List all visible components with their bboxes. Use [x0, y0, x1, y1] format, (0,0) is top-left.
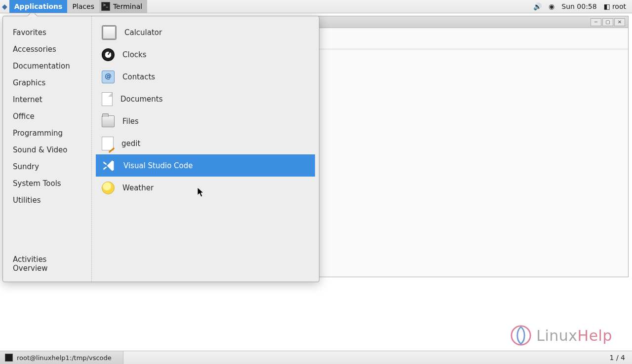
- app-visual-studio-code[interactable]: Visual Studio Code: [96, 154, 315, 177]
- workspace-pager[interactable]: 1 / 4: [603, 351, 632, 364]
- terminal-icon: [101, 2, 110, 11]
- category-office[interactable]: Office: [3, 108, 91, 125]
- user-menu[interactable]: ◧ root: [604, 2, 626, 10]
- maximize-button[interactable]: ▢: [602, 18, 613, 26]
- weather-icon: [102, 182, 115, 194]
- user-status-icon: ◧: [604, 2, 610, 10]
- places-menu-button[interactable]: Places: [67, 0, 99, 13]
- menu-categories: Favorites Accessories Documentation Grap…: [3, 16, 92, 282]
- top-panel: ◆ Applications Places Terminal 🔊 ◉ Sun 0…: [0, 0, 632, 13]
- taskbar-terminal-label: root@linuxhelp1:/tmp/vscode: [17, 354, 112, 362]
- taskbar-terminal[interactable]: root@linuxhelp1:/tmp/vscode: [0, 351, 123, 364]
- app-files[interactable]: Files: [96, 110, 315, 132]
- close-button[interactable]: ✕: [614, 18, 625, 26]
- activities-overview[interactable]: Activities Overview: [3, 251, 91, 277]
- category-accessories[interactable]: Accessories: [3, 41, 91, 58]
- clock-icon: [102, 48, 115, 61]
- linuxhelp-logo-icon: [510, 324, 532, 347]
- app-label: Clocks: [122, 50, 147, 59]
- minimize-button[interactable]: ─: [591, 18, 601, 26]
- app-calculator[interactable]: Calculator: [96, 21, 315, 43]
- app-label: Visual Studio Code: [123, 161, 193, 170]
- app-gedit[interactable]: gedit: [96, 132, 315, 154]
- app-label: Documents: [120, 95, 163, 104]
- terminal-panel-button[interactable]: Terminal: [99, 0, 147, 13]
- watermark-text: LinuxHelp: [536, 327, 612, 344]
- app-weather[interactable]: Weather: [96, 177, 315, 199]
- gnome-logo-icon: ◆: [0, 0, 9, 13]
- category-system-tools[interactable]: System Tools: [3, 175, 91, 192]
- app-clocks[interactable]: Clocks: [96, 43, 315, 66]
- svg-point-0: [512, 326, 530, 345]
- app-label: gedit: [121, 139, 140, 148]
- contacts-icon: [102, 71, 115, 83]
- app-contacts[interactable]: Contacts: [96, 66, 315, 88]
- panel-right: 🔊 ◉ Sun 00:58 ◧ root: [533, 0, 632, 13]
- category-programming[interactable]: Programming: [3, 125, 91, 142]
- app-documents[interactable]: Documents: [96, 88, 315, 110]
- terminal-label: Terminal: [113, 2, 142, 10]
- app-label: Files: [122, 117, 139, 126]
- calculator-icon: [102, 25, 117, 40]
- taskbar-terminal-icon: [5, 354, 13, 362]
- category-favorites[interactable]: Favorites: [3, 24, 91, 41]
- desktop: :/tmp/vscode ─ ▢ ✕ hare/applications/ Fa…: [0, 13, 632, 351]
- applications-menu-button[interactable]: Applications: [9, 0, 68, 13]
- category-documentation[interactable]: Documentation: [3, 58, 91, 74]
- app-label: Contacts: [122, 73, 155, 81]
- volume-icon[interactable]: 🔊: [533, 2, 542, 10]
- bottom-panel: root@linuxhelp1:/tmp/vscode 1 / 4: [0, 351, 632, 364]
- category-sound-video[interactable]: Sound & Video: [3, 142, 91, 158]
- user-name: root: [612, 2, 626, 10]
- panel-left: ◆ Applications Places Terminal: [0, 0, 147, 13]
- clock[interactable]: Sun 00:58: [561, 2, 596, 10]
- accessibility-icon[interactable]: ◉: [549, 2, 554, 10]
- gedit-icon: [102, 137, 114, 150]
- applications-menu: Favorites Accessories Documentation Grap…: [2, 16, 319, 282]
- app-label: Calculator: [124, 28, 162, 37]
- category-graphics[interactable]: Graphics: [3, 74, 91, 91]
- linuxhelp-watermark: LinuxHelp: [510, 324, 612, 347]
- menu-applications: Calculator Clocks Contacts Documents Fil…: [92, 16, 319, 282]
- vscode-icon: [102, 159, 116, 173]
- category-sundry[interactable]: Sundry: [3, 158, 91, 175]
- app-label: Weather: [122, 183, 154, 192]
- category-internet[interactable]: Internet: [3, 91, 91, 108]
- files-icon: [102, 115, 115, 127]
- documents-icon: [102, 92, 113, 106]
- category-utilities[interactable]: Utilities: [3, 192, 91, 209]
